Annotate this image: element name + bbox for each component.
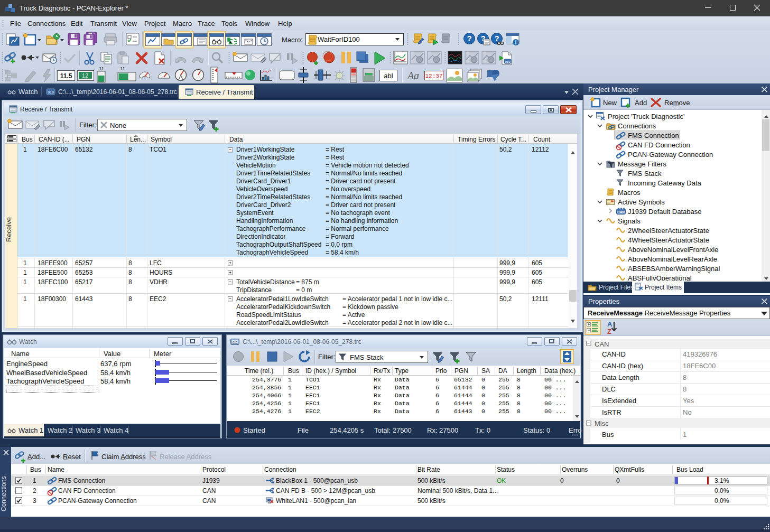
svg-text:Aa: Aa (406, 70, 419, 81)
svg-text:?: ? (467, 34, 471, 43)
svg-text:i: i (515, 40, 517, 45)
svg-text:010: 010 (48, 90, 54, 94)
svg-text:11.5: 11.5 (60, 72, 72, 80)
svg-text:010: 010 (505, 60, 511, 63)
svg-text:11: 11 (99, 66, 104, 71)
svg-text:A: A (607, 320, 613, 328)
svg-text:Z: Z (607, 328, 611, 335)
svg-text:11: 11 (120, 66, 125, 71)
svg-text:abl: abl (384, 72, 393, 80)
svg-text:12: 12 (82, 72, 88, 79)
svg-text:12:37: 12:37 (425, 73, 442, 79)
svg-text:010: 010 (233, 341, 237, 344)
svg-text:?: ? (494, 34, 499, 43)
svg-text:CAN: CAN (617, 210, 625, 214)
